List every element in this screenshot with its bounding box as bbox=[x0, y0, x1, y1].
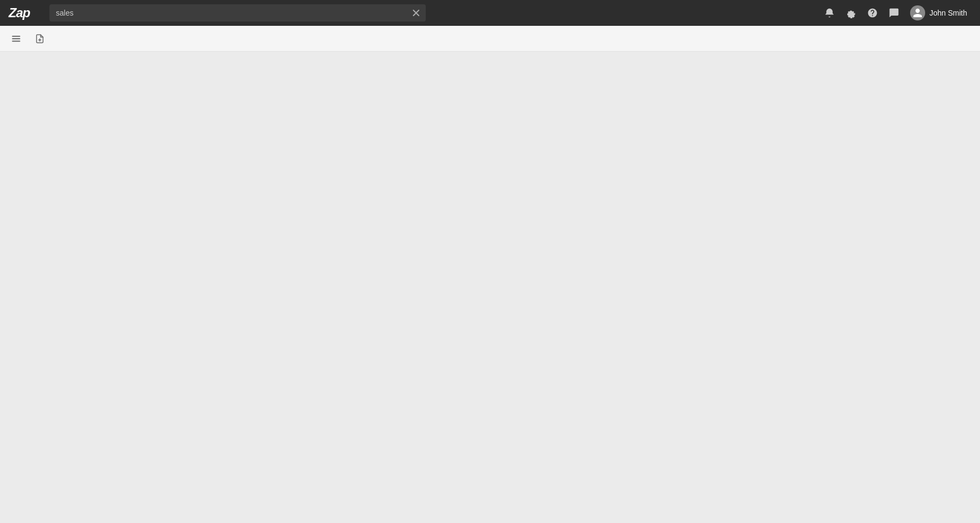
new-document-icon bbox=[35, 34, 45, 44]
person-icon bbox=[912, 8, 923, 18]
topbar-icons: John Smith bbox=[820, 3, 971, 23]
search-container bbox=[49, 4, 426, 22]
chat-button[interactable] bbox=[884, 3, 904, 23]
main-content bbox=[0, 52, 980, 523]
secondary-toolbar bbox=[0, 26, 980, 52]
topbar: Zap bbox=[0, 0, 980, 26]
bell-icon bbox=[824, 8, 835, 18]
close-icon bbox=[411, 8, 421, 18]
settings-button[interactable] bbox=[841, 3, 861, 23]
search-input[interactable] bbox=[49, 4, 426, 22]
app-logo[interactable]: Zap bbox=[9, 5, 41, 20]
user-profile[interactable]: John Smith bbox=[906, 3, 971, 23]
help-icon bbox=[867, 8, 878, 18]
new-document-button[interactable] bbox=[30, 29, 49, 48]
gear-icon bbox=[846, 8, 856, 18]
search-clear-button[interactable] bbox=[411, 8, 421, 18]
avatar bbox=[910, 5, 925, 20]
hamburger-menu-button[interactable] bbox=[6, 29, 26, 48]
user-name: John Smith bbox=[929, 9, 967, 17]
chat-icon bbox=[889, 8, 899, 18]
notifications-button[interactable] bbox=[820, 3, 839, 23]
hamburger-icon bbox=[11, 34, 21, 44]
help-button[interactable] bbox=[863, 3, 882, 23]
